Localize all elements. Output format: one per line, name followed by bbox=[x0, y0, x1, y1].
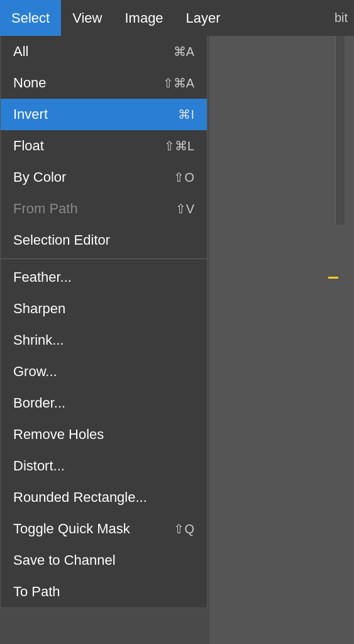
menu-item-from-path-shortcut: ⇧V bbox=[175, 201, 194, 216]
menu-item-toggle-quick-mask-shortcut: ⇧Q bbox=[174, 521, 194, 536]
menu-item-border-label: Border... bbox=[13, 395, 65, 411]
menu-item-none[interactable]: None ⇧⌘A bbox=[1, 67, 207, 99]
select-dropdown: All ⌘A None ⇧⌘A Invert ⌘I Float ⇧⌘L By C… bbox=[0, 36, 207, 608]
menu-item-toggle-quick-mask-label: Toggle Quick Mask bbox=[13, 521, 130, 537]
menu-item-rounded-rectangle[interactable]: Rounded Rectangle... bbox=[1, 482, 207, 513]
menu-item-from-path: From Path ⇧V bbox=[1, 193, 207, 225]
menu-layer[interactable]: Layer bbox=[175, 0, 232, 36]
menu-item-rounded-rectangle-label: Rounded Rectangle... bbox=[13, 489, 147, 506]
menu-item-sharpen[interactable]: Sharpen bbox=[1, 293, 207, 325]
menu-item-grow-label: Grow... bbox=[13, 364, 57, 380]
menu-item-float-label: Float bbox=[13, 138, 44, 154]
menu-image-label: Image bbox=[124, 10, 163, 26]
menu-item-none-label: None bbox=[13, 75, 47, 91]
menu-separator-1 bbox=[1, 258, 207, 259]
menu-item-selection-editor[interactable]: Selection Editor bbox=[1, 225, 207, 256]
menu-item-from-path-label: From Path bbox=[13, 201, 78, 217]
menu-item-distort-label: Distort... bbox=[13, 458, 65, 474]
menu-item-to-path-label: To Path bbox=[13, 584, 60, 600]
menu-item-grow[interactable]: Grow... bbox=[1, 356, 207, 387]
menu-item-sharpen-label: Sharpen bbox=[13, 301, 65, 317]
menu-item-float-shortcut: ⇧⌘L bbox=[164, 138, 194, 153]
menu-item-remove-holes-label: Remove Holes bbox=[13, 426, 104, 443]
menu-bar-right: bit bbox=[335, 0, 354, 36]
menu-bar: Select View Image Layer bit bbox=[0, 0, 354, 36]
menu-view[interactable]: View bbox=[61, 0, 113, 36]
bit-label: bit bbox=[335, 11, 348, 25]
menu-select[interactable]: Select bbox=[0, 0, 61, 36]
menu-item-invert[interactable]: Invert ⌘I bbox=[1, 99, 207, 130]
menu-item-all-shortcut: ⌘A bbox=[174, 44, 194, 59]
menu-item-feather[interactable]: Feather... bbox=[1, 262, 207, 293]
menu-image[interactable]: Image bbox=[113, 0, 174, 36]
menu-item-feather-label: Feather... bbox=[13, 269, 72, 286]
yellow-indicator-1 bbox=[333, 277, 338, 279]
menu-item-all-label: All bbox=[13, 43, 28, 60]
menu-item-toggle-quick-mask[interactable]: Toggle Quick Mask ⇧Q bbox=[1, 513, 207, 545]
menu-layer-label: Layer bbox=[186, 10, 221, 26]
menu-item-shrink[interactable]: Shrink... bbox=[1, 325, 207, 356]
menu-item-selection-editor-label: Selection Editor bbox=[13, 232, 110, 248]
menu-item-float[interactable]: Float ⇧⌘L bbox=[1, 130, 207, 162]
menu-item-save-to-channel-label: Save to Channel bbox=[13, 552, 116, 569]
menu-item-by-color-shortcut: ⇧O bbox=[174, 170, 194, 185]
menu-item-none-shortcut: ⇧⌘A bbox=[163, 75, 194, 91]
menu-item-save-to-channel[interactable]: Save to Channel bbox=[1, 545, 207, 576]
menu-item-shrink-label: Shrink... bbox=[13, 332, 64, 348]
menu-item-remove-holes[interactable]: Remove Holes bbox=[1, 419, 207, 450]
menu-item-by-color-label: By Color bbox=[13, 169, 66, 186]
ruler bbox=[335, 36, 345, 225]
menu-item-distort[interactable]: Distort... bbox=[1, 450, 207, 482]
menu-item-border[interactable]: Border... bbox=[1, 387, 207, 419]
menu-item-to-path[interactable]: To Path bbox=[1, 576, 207, 608]
menu-item-by-color[interactable]: By Color ⇧O bbox=[1, 162, 207, 193]
background-panel bbox=[209, 0, 354, 644]
yellow-indicator-2 bbox=[328, 277, 333, 279]
menu-item-invert-label: Invert bbox=[13, 106, 48, 123]
menu-view-label: View bbox=[72, 10, 102, 26]
menu-select-label: Select bbox=[11, 10, 50, 26]
menu-item-invert-shortcut: ⌘I bbox=[178, 107, 194, 122]
menu-item-all[interactable]: All ⌘A bbox=[1, 36, 207, 67]
